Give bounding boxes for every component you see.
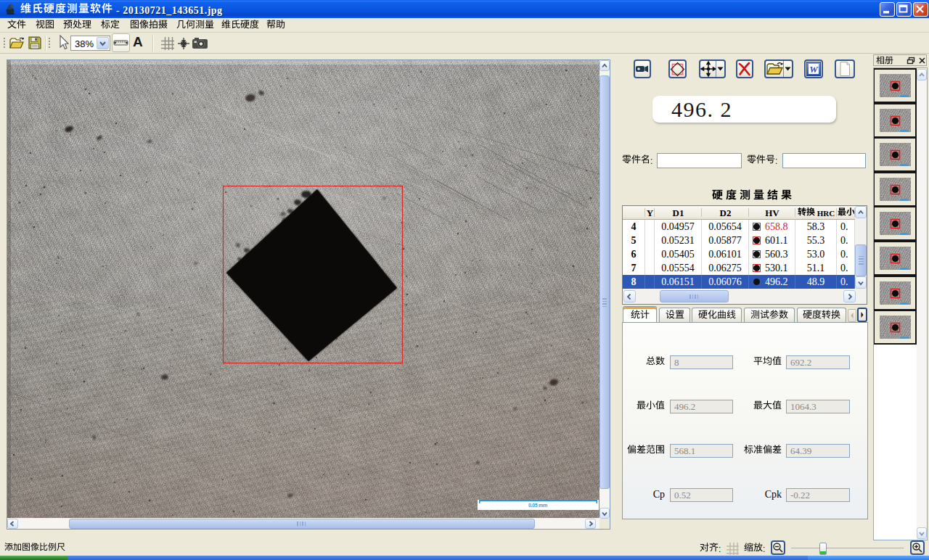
svg-text:0.05 mm: 0.05 mm — [528, 503, 547, 508]
